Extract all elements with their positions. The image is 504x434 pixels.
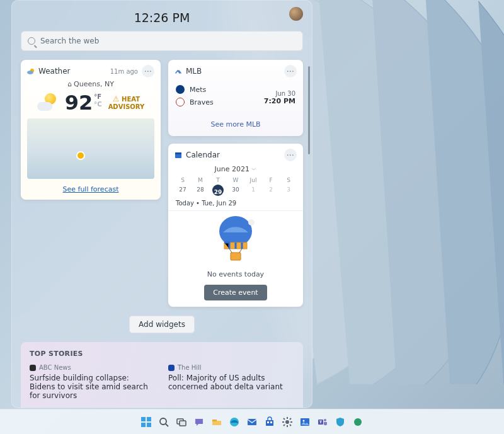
teams-button[interactable]: T — [316, 415, 329, 429]
svg-rect-21 — [248, 419, 256, 425]
weather-advisory: ⚠ HEATADVISORY — [108, 95, 145, 111]
weather-widget[interactable]: Weather 11m ago ⋯ ⌂ Queens, NY 92 — [21, 60, 161, 200]
calendar-icon — [175, 151, 182, 159]
widgets-panel: 12:26 PM Search the web Weather 11m ago … — [11, 0, 312, 408]
calendar-day[interactable]: 1 — [245, 185, 261, 196]
svg-rect-14 — [147, 423, 151, 427]
story-source: ABC News — [39, 364, 71, 371]
calendar-day[interactable]: 27 — [175, 185, 191, 196]
game-time: Jun 30 7:20 PM — [264, 90, 295, 105]
full-forecast-link[interactable]: See full forecast — [21, 179, 161, 200]
weather-title: Weather — [38, 67, 71, 76]
warning-icon: ⚠ — [113, 94, 120, 103]
calendar-day[interactable]: 28 — [192, 185, 209, 196]
weather-map[interactable] — [27, 118, 154, 179]
mail-button[interactable] — [245, 415, 259, 429]
story-headline: Surfside building collapse: Bidens to vi… — [30, 374, 156, 400]
svg-point-1 — [27, 71, 33, 74]
svg-line-33 — [290, 418, 291, 420]
svg-line-30 — [284, 418, 285, 420]
clock: 12:26 PM — [21, 11, 303, 25]
chat-button[interactable] — [192, 415, 206, 429]
calendar-day[interactable]: 2 — [263, 185, 279, 196]
calendar-title: Calendar — [186, 151, 220, 159]
svg-rect-19 — [212, 420, 217, 421]
balloon-illustration — [214, 215, 258, 264]
svg-rect-39 — [354, 418, 362, 426]
story-item[interactable]: ABC NewsSurfside building collapse: Bide… — [30, 364, 156, 400]
see-more-mlb-link[interactable]: See more MLB — [168, 120, 303, 136]
svg-line-16 — [166, 424, 168, 426]
story-source: The Hill — [178, 364, 202, 371]
svg-rect-23 — [267, 421, 269, 423]
calendar-month-picker[interactable]: June 2021 ﹀ — [168, 165, 303, 173]
svg-line-32 — [284, 425, 285, 426]
svg-rect-13 — [141, 423, 146, 427]
calendar-grid[interactable]: SMTWJulFS27282930123 — [168, 173, 303, 197]
search-input[interactable]: Search the web — [21, 31, 303, 51]
weather-icon — [27, 67, 35, 75]
svg-rect-22 — [266, 420, 273, 426]
taskbar-search-button[interactable] — [157, 415, 171, 429]
weather-more-button[interactable]: ⋯ — [142, 65, 154, 77]
scrollbar[interactable] — [308, 66, 310, 154]
svg-line-10 — [239, 249, 242, 253]
sports-icon — [175, 67, 182, 75]
weather-temp: 92 — [65, 91, 93, 115]
calendar-day[interactable]: 29 — [212, 185, 224, 196]
calendar-day[interactable]: 30 — [227, 185, 244, 196]
no-events-label: No events today — [168, 270, 303, 278]
svg-point-25 — [285, 420, 289, 424]
search-placeholder: Search the web — [40, 37, 99, 45]
create-event-button[interactable]: Create event — [204, 285, 266, 300]
edge-button[interactable] — [227, 415, 241, 429]
mets-logo-icon — [176, 85, 185, 94]
user-avatar[interactable] — [289, 7, 303, 21]
svg-point-15 — [160, 418, 166, 425]
svg-rect-18 — [180, 421, 186, 426]
store-button[interactable] — [263, 415, 277, 429]
taskbar: T — [0, 409, 504, 434]
mlb-more-button[interactable]: ⋯ — [284, 65, 297, 77]
svg-rect-12 — [147, 417, 151, 421]
calendar-more-button[interactable]: ⋯ — [284, 149, 297, 161]
security-button[interactable] — [333, 415, 347, 429]
team-row: Braves — [176, 98, 214, 106]
story-headline: Poll: Majority of US adults concerned ab… — [168, 374, 294, 391]
weather-location: Queens, NY — [74, 80, 114, 88]
mlb-widget[interactable]: MLB ⋯ Mets Braves — [168, 60, 303, 136]
svg-line-9 — [229, 249, 232, 253]
start-button[interactable] — [139, 415, 153, 429]
braves-logo-icon — [176, 98, 185, 106]
team-row: Mets — [176, 85, 214, 94]
top-stories-heading: TOP STORIES — [30, 350, 294, 358]
calendar-widget[interactable]: Calendar ⋯ June 2021 ﹀ SMTWJulFS27282930… — [168, 144, 303, 307]
svg-rect-11 — [141, 417, 146, 421]
story-item[interactable]: The HillPoll: Majority of US adults conc… — [168, 364, 294, 400]
search-icon — [28, 37, 35, 45]
home-icon: ⌂ — [67, 80, 72, 88]
svg-rect-24 — [270, 421, 272, 423]
weather-age: 11m ago — [110, 68, 138, 75]
svg-point-38 — [324, 419, 326, 421]
sun-cloud-icon — [37, 92, 59, 113]
file-explorer-button[interactable] — [210, 415, 224, 429]
calendar-today-label: Today • Tue, Jun 29 — [168, 197, 303, 211]
photos-button[interactable] — [298, 415, 312, 429]
calendar-day[interactable]: 3 — [280, 185, 297, 196]
svg-point-5 — [248, 219, 255, 226]
mlb-title: MLB — [186, 67, 202, 76]
svg-point-35 — [303, 420, 305, 421]
add-widgets-button[interactable]: Add widgets — [129, 316, 195, 333]
chevron-down-icon: ﹀ — [251, 167, 256, 173]
svg-rect-3 — [175, 152, 181, 154]
taskbar-app-button[interactable] — [351, 415, 365, 429]
settings-button[interactable] — [280, 415, 294, 429]
svg-rect-8 — [231, 253, 241, 260]
top-stories-widget[interactable]: TOP STORIES ABC NewsSurfside building co… — [21, 342, 303, 408]
task-view-button[interactable] — [175, 415, 188, 429]
svg-line-31 — [290, 425, 291, 426]
